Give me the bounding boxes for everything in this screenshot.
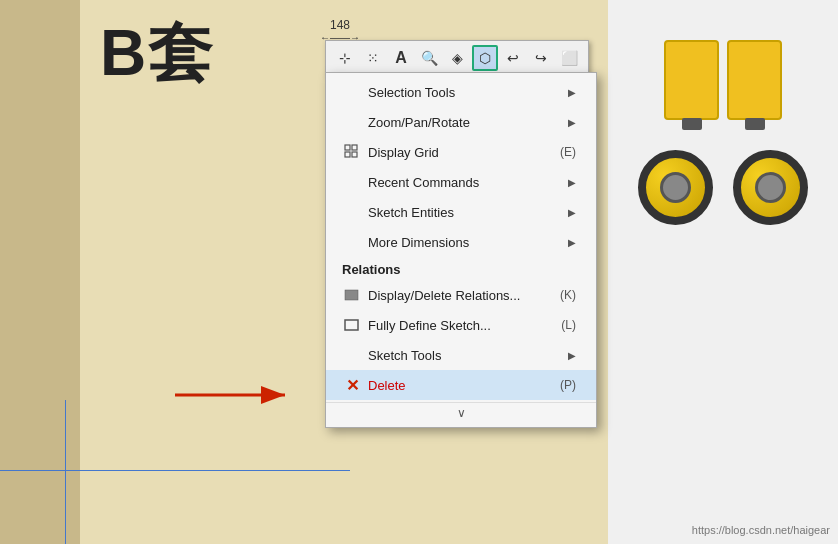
text-icon: A — [395, 49, 407, 67]
more-dimensions-icon — [342, 232, 362, 252]
sketch-entities-arrow: ▶ — [568, 207, 576, 218]
menu-item-delete[interactable]: ✕ Delete (P) — [326, 370, 596, 400]
more-chevron: ∨ — [457, 406, 466, 420]
toolbar-sketch-active-btn[interactable]: ⬡ — [472, 45, 498, 71]
toolbar-view-btn[interactable]: ⬜ — [556, 45, 582, 71]
svg-rect-5 — [352, 152, 357, 157]
toolbar-select-btn[interactable]: ⊹ — [332, 45, 358, 71]
watermark-text: https://blog.csdn.net/haigear — [692, 524, 830, 536]
delete-icon: ✕ — [342, 375, 362, 395]
arrow-indicator — [165, 375, 295, 415]
menu-item-selection-tools[interactable]: Selection Tools ▶ — [326, 77, 596, 107]
more-options-indicator[interactable]: ∨ — [326, 402, 596, 423]
zoom-label: Zoom/Pan/Rotate — [368, 115, 568, 130]
menu-item-recent-commands[interactable]: Recent Commands ▶ — [326, 167, 596, 197]
watermark: https://blog.csdn.net/haigear — [692, 524, 830, 536]
display-delete-relations-shortcut: (K) — [560, 288, 576, 302]
sketch-entities-icon — [342, 202, 362, 222]
svg-rect-3 — [352, 145, 357, 150]
motor-component-1 — [664, 40, 719, 120]
menu-item-fully-define-sketch[interactable]: Fully Define Sketch... (L) — [326, 310, 596, 340]
selection-tools-icon — [342, 82, 362, 102]
svg-rect-6 — [345, 290, 358, 300]
wheel-component-2 — [733, 150, 808, 225]
context-menu: Selection Tools ▶ Zoom/Pan/Rotate ▶ Disp… — [325, 72, 597, 428]
sketch-tools-icon — [342, 345, 362, 365]
sketch-toolbar: ⊹ ⁙ A 🔍 ◈ ⬡ ↩ ↪ ⬜ — [325, 40, 589, 76]
svg-rect-7 — [345, 320, 358, 330]
recent-commands-label: Recent Commands — [368, 175, 568, 190]
sketch-active-icon: ⬡ — [479, 50, 491, 66]
menu-item-display-grid[interactable]: Display Grid (E) — [326, 137, 596, 167]
toolbar-text-btn[interactable]: A — [388, 45, 414, 71]
motor-component-2 — [727, 40, 782, 120]
components-panel — [608, 0, 838, 544]
recent-commands-icon — [342, 172, 362, 192]
drawing-title: B套 — [100, 10, 214, 97]
wheel-component-1 — [638, 150, 713, 225]
guide-line-horizontal — [0, 470, 350, 471]
wheel-row — [618, 150, 828, 225]
sketch-tools-arrow: ▶ — [568, 350, 576, 361]
delete-label: Delete — [368, 378, 556, 393]
snap2-icon: ◈ — [452, 50, 463, 66]
toolbar-redo-btn[interactable]: ↪ — [528, 45, 554, 71]
display-grid-icon — [342, 142, 362, 162]
fully-define-sketch-icon — [342, 315, 362, 335]
svg-rect-2 — [345, 145, 350, 150]
more-dimensions-label: More Dimensions — [368, 235, 568, 250]
menu-item-more-dimensions[interactable]: More Dimensions ▶ — [326, 227, 596, 257]
dimension-value: 148 — [330, 18, 350, 32]
menu-item-sketch-tools[interactable]: Sketch Tools ▶ — [326, 340, 596, 370]
menu-item-zoom[interactable]: Zoom/Pan/Rotate ▶ — [326, 107, 596, 137]
toolbar-undo-btn[interactable]: ↩ — [500, 45, 526, 71]
display-grid-shortcut: (E) — [560, 145, 576, 159]
display-grid-label: Display Grid — [368, 145, 556, 160]
fully-define-sketch-shortcut: (L) — [561, 318, 576, 332]
sketch-entities-label: Sketch Entities — [368, 205, 568, 220]
snap-icon: ⁙ — [367, 50, 379, 66]
toolbar-snap-btn[interactable]: ⁙ — [360, 45, 386, 71]
fully-define-sketch-label: Fully Define Sketch... — [368, 318, 557, 333]
relations-label: Relations — [342, 262, 401, 277]
menu-item-sketch-entities[interactable]: Sketch Entities ▶ — [326, 197, 596, 227]
motor-row — [618, 40, 828, 120]
delete-shortcut: (P) — [560, 378, 576, 392]
toolbar-snap2-btn[interactable]: ◈ — [444, 45, 470, 71]
recent-commands-arrow: ▶ — [568, 177, 576, 188]
toolbar-zoom-btn[interactable]: 🔍 — [416, 45, 442, 71]
more-dimensions-arrow: ▶ — [568, 237, 576, 248]
zoom-arrow: ▶ — [568, 117, 576, 128]
select-icon: ⊹ — [339, 50, 351, 66]
selection-tools-arrow: ▶ — [568, 87, 576, 98]
display-delete-relations-label: Display/Delete Relations... — [368, 288, 556, 303]
undo-icon: ↩ — [507, 50, 519, 66]
view-icon: ⬜ — [561, 50, 578, 66]
display-delete-relations-icon — [342, 285, 362, 305]
svg-rect-4 — [345, 152, 350, 157]
guide-line-vertical — [65, 400, 66, 544]
selection-tools-label: Selection Tools — [368, 85, 568, 100]
zoom-icon: 🔍 — [421, 50, 438, 66]
relations-section-header: Relations — [326, 257, 596, 280]
zoom-menu-icon — [342, 112, 362, 132]
menu-item-display-delete-relations[interactable]: Display/Delete Relations... (K) — [326, 280, 596, 310]
redo-icon: ↪ — [535, 50, 547, 66]
sketch-tools-label: Sketch Tools — [368, 348, 568, 363]
